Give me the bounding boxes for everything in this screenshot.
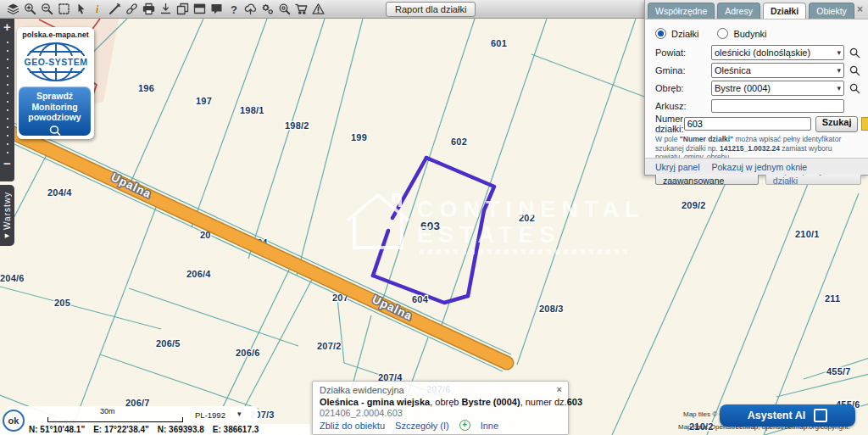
popup-parcel-id: 021406_2.0004.603 [320,408,561,418]
cart-icon[interactable] [292,2,309,17]
settings-icon[interactable] [259,2,275,17]
svg-text:204/4: 204/4 [47,187,72,198]
help-icon[interactable]: ? [225,2,242,17]
zoom-out-icon[interactable] [38,2,55,17]
gmina-select[interactable]: Oleśnica▾ [711,63,844,78]
numer-dzialki-label: Numer działki: [655,114,684,134]
flood-monitoring-promo-button[interactable]: Sprawdź Monitoring powodziowy [19,86,91,136]
popup-parcel-line: Oleśnica - gmina wiejska, obręb Bystre (… [320,397,561,407]
add-circle-icon[interactable]: + [459,420,470,431]
powiat-select[interactable]: oleśnicki (dolnośląskie)▾ [711,45,844,60]
tab-obiekty[interactable]: Obiekty [809,3,854,19]
tab-adresy[interactable]: Adresy [717,3,760,19]
comment-icon[interactable] [208,2,225,17]
obreb-search-icon[interactable] [848,83,861,94]
chevron-down-icon: ▾ [837,48,841,57]
layers-tab-label: Warstwy [3,192,12,230]
svg-text:604: 604 [412,294,429,304]
measure-icon[interactable] [106,2,123,17]
svg-text:204/6: 204/6 [0,273,25,283]
single-window-link[interactable]: Pokazuj w jednym oknie [712,162,808,172]
zoom-to-object-link[interactable]: Zbliż do obiektu [320,421,385,431]
ok-button[interactable]: ok [3,410,25,432]
svg-text:205: 205 [54,298,70,308]
svg-text:602: 602 [451,137,467,147]
numer-dzialki-input[interactable] [684,117,811,131]
details-link[interactable]: Szczegóły (I) [395,421,449,431]
svg-text:206/6: 206/6 [236,348,260,358]
zoom-strip: + − [0,19,14,181]
print-icon[interactable] [140,2,157,17]
search-color-chips[interactable] [861,117,868,131]
chevron-down-icon[interactable]: ▾ [237,410,242,418]
ai-assistant-button[interactable]: Asystent AI [720,404,855,427]
zoom-slider[interactable] [6,38,9,155]
hide-panel-link[interactable]: Ukryj panel [655,162,700,172]
popup-close-icon[interactable]: × [557,384,562,394]
warning-icon[interactable] [309,2,326,17]
svg-text:197: 197 [196,96,212,106]
search-object-icon[interactable] [275,2,292,17]
svg-text:206/5: 206/5 [156,338,181,349]
svg-text:601: 601 [491,38,507,48]
svg-text:208/3: 208/3 [539,304,564,314]
download-icon[interactable] [157,2,174,17]
magnifier-icon [48,125,62,137]
scale-bar [47,417,183,422]
zoom-minus-button[interactable]: − [0,158,14,170]
geo-system-logo-card: polska.e-mapa.net GEO-SYSTEM Sprawdź Mon… [17,27,94,139]
layers-icon[interactable] [4,2,21,17]
svg-text:206/4: 206/4 [186,269,211,279]
svg-text:199: 199 [351,132,367,142]
panel-layout-icon[interactable] [191,2,208,17]
svg-text:198/1: 198/1 [240,105,264,115]
svg-text:603: 603 [420,220,440,232]
copy-icon[interactable] [174,2,191,17]
svg-text:202: 202 [519,213,535,223]
zoom-plus-button[interactable]: + [0,19,14,36]
parcel-info-popup: × Działka ewidencyjna Oleśnica - gmina w… [312,381,569,435]
crs-selector[interactable]: PL-1992 [195,410,225,420]
svg-text:209/2: 209/2 [682,200,706,210]
geo-system-globe-icon: GEO-SYSTEM [23,41,89,83]
svg-text:GEO-SYSTEM: GEO-SYSTEM [24,57,87,67]
gmina-search-icon[interactable] [848,65,861,76]
radio-dzialki[interactable] [655,28,666,39]
panel-close-icon[interactable]: × [857,3,863,15]
arkusz-input[interactable] [711,99,844,113]
cursor-icon[interactable] [72,2,89,17]
svg-text:i: i [96,3,99,15]
popup-title: Działka ewidencyjna [320,385,561,395]
layers-panel-tab[interactable]: Warstwy ▶ [0,185,14,246]
tab-dzialki[interactable]: Działki [763,3,806,19]
svg-text:207/2: 207/2 [317,341,342,351]
link-icon[interactable] [123,2,140,17]
gmina-label: Gmina: [655,65,711,75]
coord-lat: N: 51°10'48.1" [29,425,85,434]
chevron-down-icon: ▾ [837,84,841,92]
chevron-down-icon: ▾ [837,66,841,75]
legend-chip[interactable] [861,117,868,131]
szukaj-button[interactable]: Szukaj [815,116,859,132]
coord-lon: E: 17°22'38.4" [93,425,149,434]
obreb-select[interactable]: Bystre (0004)▾ [711,81,844,96]
svg-text:198/2: 198/2 [285,120,309,131]
arkusz-label: Arkusz: [655,101,711,111]
scale-label: 30m [100,407,115,415]
radio-budynki[interactable] [717,28,728,39]
scale-box: 30m PL-1992 ▾ [7,406,258,426]
ai-checkbox-icon [814,409,827,422]
radio-dzialki-label: Działki [671,29,698,39]
other-link[interactable]: Inne [481,421,498,431]
panel-tabs: Współrzędne Adresy Działki Obiekty × [645,0,868,20]
zoom-in-icon[interactable] [21,2,38,17]
tab-wspolrzedne[interactable]: Współrzędne [648,3,715,19]
report-for-parcel-button[interactable]: Raport dla działki [386,2,476,17]
svg-text:210/1: 210/1 [795,229,820,239]
powiat-label: Powiat: [655,47,711,58]
info-icon[interactable]: i [89,2,106,17]
powiat-search-icon[interactable] [848,47,861,59]
select-area-icon[interactable] [55,2,72,17]
site-name: polska.e-mapa.net [17,27,94,39]
cloud-upload-icon[interactable] [242,2,259,17]
